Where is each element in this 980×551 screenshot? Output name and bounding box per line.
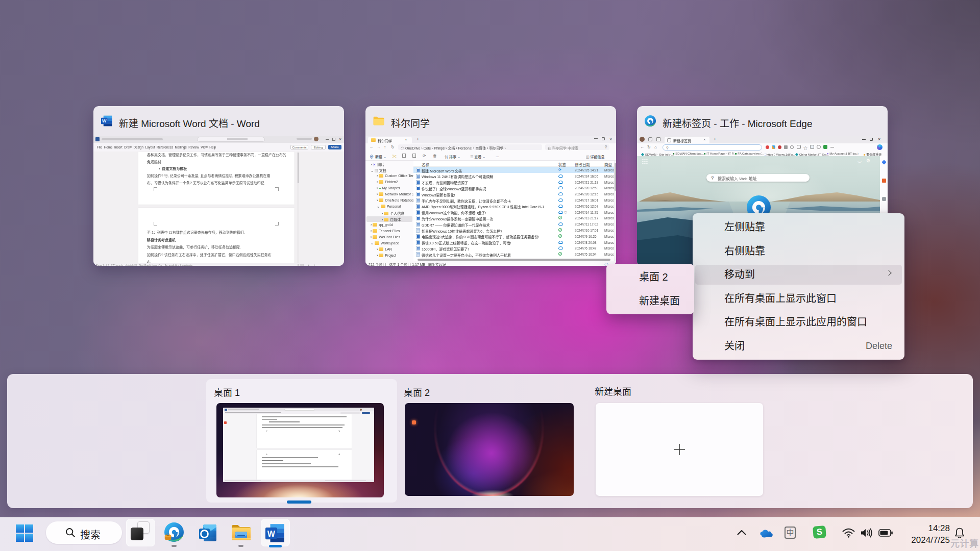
- svg-text:W: W: [102, 118, 107, 123]
- svg-text:W: W: [267, 529, 276, 538]
